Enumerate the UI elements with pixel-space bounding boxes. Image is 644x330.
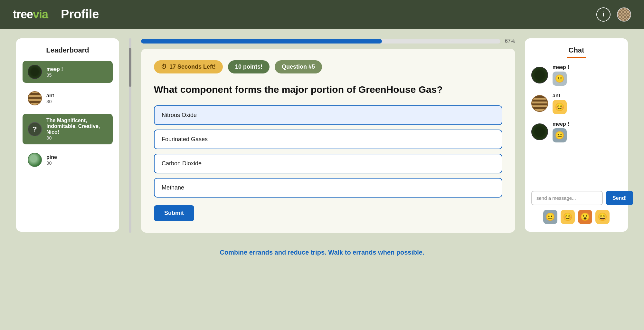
header: treevia Profile i — [0, 0, 644, 29]
answer-option[interactable]: Carbon Dioxide — [154, 154, 502, 173]
lb-score: 30 — [46, 160, 108, 166]
answer-option[interactable]: Fourinated Gases — [154, 130, 502, 149]
chat-message: ant 😊 — [531, 93, 621, 114]
quiz-panel: 67% ⏱ 17 Seconds Left! 10 points! Questi… — [141, 38, 515, 233]
chat-username: meep ! — [553, 121, 569, 127]
chat-emoji: 😐 — [553, 72, 567, 86]
page-title: Profile — [61, 7, 99, 21]
chat-messages: meep ! 😐 ant 😊 meep ! 😐 — [531, 64, 621, 184]
points-badge: 10 points! — [228, 60, 270, 73]
emoji-button-surprised[interactable]: 😮 — [578, 210, 592, 224]
lb-avatar — [28, 91, 42, 105]
quiz-question: What component forms the major portion o… — [154, 83, 502, 96]
main-content: Leaderboard meep ! 35 ant 30 ? The Magni… — [0, 29, 644, 242]
lb-info: ant 30 — [46, 93, 108, 104]
emoji-picker-row: 😐 😊 😮 😄 — [531, 210, 621, 224]
chat-avatar — [531, 67, 548, 83]
emoji-button-grin[interactable]: 😄 — [595, 210, 610, 224]
send-button[interactable]: Send! — [606, 191, 633, 205]
timer-badge: ⏱ 17 Seconds Left! — [154, 60, 223, 73]
lb-name: pine — [46, 154, 108, 160]
lb-name: The Magnificent, Indomitable, Creative, … — [46, 118, 108, 135]
chat-info: meep ! 😐 — [553, 121, 569, 142]
lb-avatar — [28, 153, 42, 167]
chat-input[interactable] — [531, 191, 603, 205]
leaderboard-item: ant 30 — [23, 87, 113, 109]
info-icon[interactable]: i — [596, 7, 611, 22]
leaderboard-item: pine 30 — [23, 149, 113, 171]
footer-tip: Combine errands and reduce trips. Walk t… — [0, 242, 644, 263]
chat-title: Chat — [567, 46, 586, 58]
timer-label: 17 Seconds Left! — [169, 63, 216, 70]
lb-score: 30 — [46, 135, 108, 141]
chat-username: meep ! — [553, 64, 569, 70]
lb-info: meep ! 35 — [46, 66, 108, 78]
scroll-thumb[interactable] — [129, 48, 131, 87]
emoji-button-neutral[interactable]: 😐 — [543, 210, 557, 224]
quiz-card: ⏱ 17 Seconds Left! 10 points! Question #… — [141, 49, 515, 233]
lb-score: 35 — [46, 72, 108, 78]
chat-panel: Chat meep ! 😐 ant 😊 — [525, 38, 628, 232]
lb-avatar: ? — [28, 122, 42, 136]
progress-row: 67% — [141, 38, 515, 44]
lb-score: 30 — [46, 99, 108, 104]
logo: treevia — [13, 8, 48, 21]
lb-info: pine 30 — [46, 154, 108, 166]
chat-info: meep ! 😐 — [553, 64, 569, 86]
lb-name: meep ! — [46, 66, 108, 72]
chat-message: meep ! 😐 — [531, 64, 621, 86]
answer-option[interactable]: Methane — [154, 178, 502, 198]
chat-avatar — [531, 123, 548, 140]
lb-info: The Magnificent, Indomitable, Creative, … — [46, 118, 108, 141]
chat-emoji: 😊 — [553, 100, 567, 114]
progress-label: 67% — [505, 38, 515, 44]
submit-button[interactable]: Submit — [154, 205, 194, 221]
header-left: treevia Profile — [13, 7, 99, 21]
lb-name: ant — [46, 93, 108, 99]
chat-info: ant 😊 — [553, 93, 567, 114]
quiz-badges: ⏱ 17 Seconds Left! 10 points! Question #… — [154, 60, 502, 73]
answer-option[interactable]: Nitrous Oxide — [154, 105, 502, 125]
user-avatar-icon[interactable] — [617, 7, 631, 22]
chat-username: ant — [553, 93, 567, 99]
chat-message: meep ! 😐 — [531, 121, 621, 142]
leaderboard-panel: Leaderboard meep ! 35 ant 30 ? The Magni… — [16, 38, 119, 232]
chat-emoji: 😐 — [553, 128, 567, 142]
progress-bar-fill — [141, 39, 382, 44]
leaderboard-title: Leaderboard — [23, 46, 113, 54]
logo-accent: via — [33, 8, 48, 21]
leaderboard-item: meep ! 35 — [23, 61, 113, 83]
chat-avatar — [531, 95, 548, 112]
scroll-divider — [129, 38, 131, 233]
clock-icon: ⏱ — [161, 63, 167, 70]
progress-bar-background — [141, 39, 500, 44]
question-badge: Question #5 — [275, 60, 322, 73]
emoji-button-happy[interactable]: 😊 — [561, 210, 575, 224]
lb-avatar — [28, 65, 42, 79]
header-right: i — [596, 7, 631, 22]
chat-input-row: Send! — [531, 191, 621, 205]
leaderboard-item: ? The Magnificent, Indomitable, Creative… — [23, 114, 113, 144]
